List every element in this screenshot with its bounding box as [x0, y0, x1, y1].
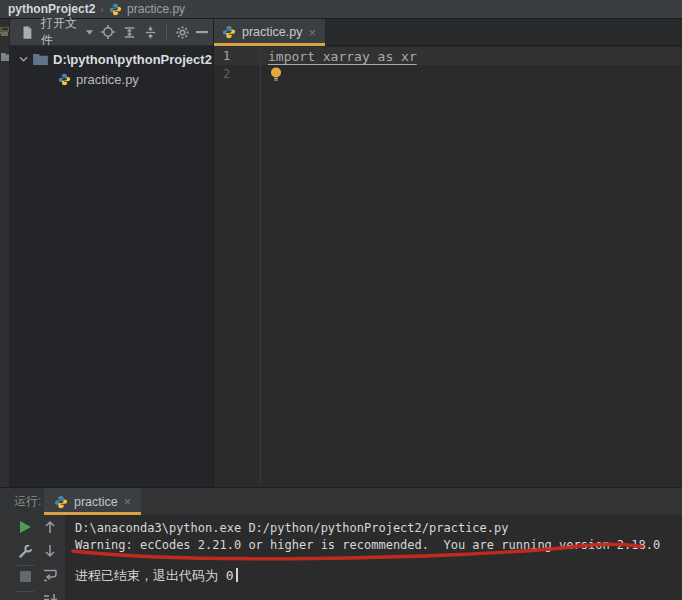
editor-body[interactable]: 1 import xarray as xr 2 [214, 46, 682, 486]
toolbar-divider [166, 25, 167, 40]
run-panel-title: 运行: [0, 493, 44, 510]
open-file-button[interactable]: 打开文件 [39, 15, 95, 49]
breadcrumb-project[interactable]: pythonProject2 [8, 2, 95, 16]
wrench-icon[interactable] [17, 543, 33, 559]
run-tool-window: 运行: practice × [0, 487, 682, 600]
breadcrumb-separator: › [100, 3, 104, 15]
folder-stripe-icon[interactable] [0, 53, 9, 61]
open-file-label: 打开文件 [41, 15, 83, 49]
close-icon[interactable]: × [308, 26, 316, 39]
scroll-to-end-icon[interactable] [42, 593, 58, 600]
python-icon [222, 25, 236, 39]
run-header: 运行: practice × [0, 488, 682, 515]
run-tab-label: practice [74, 495, 118, 509]
code-line-1[interactable]: 1 import xarray as xr [214, 47, 682, 65]
console-command-line: D:\anaconda3\python.exe D:/python/python… [75, 520, 682, 537]
line-number: 2 [214, 67, 260, 81]
settings-gear-icon[interactable] [174, 22, 191, 42]
exit-text: 进程已结束，退出代码为 0 [75, 568, 234, 583]
up-stack-icon[interactable] [42, 519, 58, 535]
tree-file-node[interactable]: practice.py [10, 69, 213, 89]
console-exit-line: 进程已结束，退出代码为 0 [75, 567, 682, 584]
text-caret [236, 568, 238, 582]
breadcrumb: pythonProject2 › practice.py [0, 0, 682, 19]
editor-tab-practice[interactable]: practice.py × [214, 19, 325, 45]
stop-icon[interactable] [17, 568, 33, 584]
code-text-import[interactable]: import xarray as xr [260, 49, 417, 64]
line-number: 1 [214, 49, 260, 63]
soft-wrap-icon[interactable] [42, 567, 58, 583]
dropdown-arrow-icon [86, 30, 93, 35]
code-line-2[interactable]: 2 [214, 65, 682, 83]
editor-tab-strip: practice.py × [214, 19, 682, 46]
toolbar-divider [17, 591, 34, 592]
hide-panel-icon[interactable] [195, 22, 209, 42]
rerun-icon[interactable] [17, 519, 33, 535]
editor: practice.py × 1 import xarray as xr 2 [213, 19, 682, 487]
project-toolbar: 打开文件 [10, 19, 213, 46]
editor-tab-label: practice.py [242, 25, 302, 39]
console-warning-line: Warning: ecCodes 2.21.0 or higher is rec… [75, 537, 682, 554]
tree-root-label: D:\python\pythonProject2 [53, 52, 212, 67]
tree-file-label: practice.py [76, 72, 139, 87]
python-icon [58, 73, 71, 86]
run-console[interactable]: D:\anaconda3\python.exe D:/python/python… [65, 515, 682, 600]
breadcrumb-file[interactable]: practice.py [127, 2, 185, 16]
collapse-all-icon[interactable] [142, 22, 159, 42]
expand-all-icon[interactable] [121, 22, 138, 42]
locate-file-icon[interactable] [99, 22, 117, 42]
tree-root-node[interactable]: D:\python\pythonProject2 [10, 49, 213, 69]
down-stack-icon[interactable] [42, 543, 58, 559]
chevron-down-icon[interactable] [19, 56, 28, 62]
run-tab-practice[interactable]: practice × [44, 488, 141, 515]
python-icon [54, 495, 68, 509]
run-body: D:\anaconda3\python.exe D:/python/python… [0, 515, 682, 600]
folder-icon [33, 53, 48, 65]
project-tool-window-icon[interactable] [0, 27, 9, 37]
run-toolbar [0, 515, 65, 600]
tool-window-stripe [0, 19, 10, 487]
project-tree: D:\python\pythonProject2 practice.py [10, 46, 213, 89]
gutter-divider [260, 46, 261, 486]
lightbulb-icon[interactable] [270, 67, 282, 81]
project-panel: 打开文件 [10, 19, 213, 487]
close-icon[interactable]: × [124, 495, 132, 508]
open-file-icon[interactable] [19, 22, 35, 42]
toolbar-divider [17, 565, 34, 566]
python-icon [109, 3, 122, 16]
